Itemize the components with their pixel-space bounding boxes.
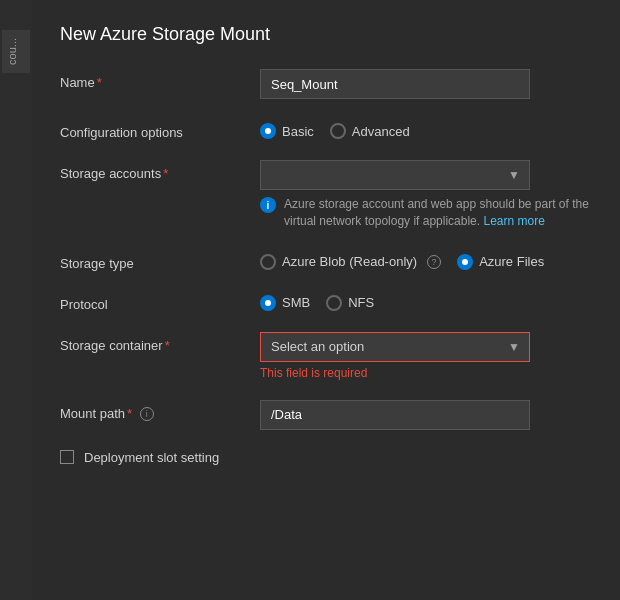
name-label: Name* — [60, 69, 260, 90]
storage-type-control: Azure Blob (Read-only) ? Azure Files — [260, 250, 592, 270]
storage-type-files-label: Azure Files — [479, 254, 544, 269]
storage-container-control: Select an option ▼ This field is require… — [260, 332, 592, 380]
learn-more-link[interactable]: Learn more — [483, 214, 544, 228]
protocol-smb-label: SMB — [282, 295, 310, 310]
name-row: Name* — [60, 69, 592, 99]
protocol-label: Protocol — [60, 291, 260, 312]
deployment-slot-row: Deployment slot setting — [60, 450, 592, 465]
mount-path-row: Mount path* i — [60, 400, 592, 430]
sidebar-tab[interactable]: cou... — [2, 30, 30, 73]
protocol-nfs-label: NFS — [348, 295, 374, 310]
protocol-row: Protocol SMB NFS — [60, 291, 592, 312]
storage-accounts-select-wrapper: ▼ — [260, 160, 530, 190]
config-basic-option[interactable]: Basic — [260, 123, 314, 139]
deployment-slot-checkbox[interactable] — [60, 450, 74, 464]
config-advanced-radio[interactable] — [330, 123, 346, 139]
config-control: Basic Advanced — [260, 119, 592, 139]
config-advanced-label: Advanced — [352, 124, 410, 139]
storage-info-text: Azure storage account and web app should… — [284, 196, 592, 230]
storage-accounts-select[interactable] — [260, 160, 530, 190]
config-basic-label: Basic — [282, 124, 314, 139]
config-row: Configuration options Basic Advanced — [60, 119, 592, 140]
mount-path-control — [260, 400, 592, 430]
mount-path-label: Mount path* i — [60, 400, 260, 422]
mount-path-help-icon[interactable]: i — [140, 407, 154, 421]
main-panel: New Azure Storage Mount Name* Configurat… — [32, 0, 620, 600]
protocol-control: SMB NFS — [260, 291, 592, 311]
storage-container-row: Storage container* Select an option ▼ Th… — [60, 332, 592, 380]
storage-accounts-row: Storage accounts* ▼ i Azure storage acco… — [60, 160, 592, 230]
storage-type-files-option[interactable]: Azure Files — [457, 254, 544, 270]
storage-container-label: Storage container* — [60, 332, 260, 353]
storage-type-blob-option[interactable]: Azure Blob (Read-only) ? — [260, 254, 441, 270]
storage-type-blob-label: Azure Blob (Read-only) — [282, 254, 417, 269]
panel-title: New Azure Storage Mount — [60, 24, 592, 45]
info-icon: i — [260, 197, 276, 213]
protocol-smb-option[interactable]: SMB — [260, 295, 310, 311]
mount-path-input[interactable] — [260, 400, 530, 430]
protocol-nfs-radio[interactable] — [326, 295, 342, 311]
protocol-smb-radio[interactable] — [260, 295, 276, 311]
storage-container-error: This field is required — [260, 366, 592, 380]
protocol-nfs-option[interactable]: NFS — [326, 295, 374, 311]
storage-info-box: i Azure storage account and web app shou… — [260, 196, 592, 230]
storage-container-select[interactable]: Select an option — [260, 332, 530, 362]
config-advanced-option[interactable]: Advanced — [330, 123, 410, 139]
storage-accounts-label: Storage accounts* — [60, 160, 260, 181]
config-basic-radio[interactable] — [260, 123, 276, 139]
storage-type-row: Storage type Azure Blob (Read-only) ? Az… — [60, 250, 592, 271]
left-sidebar: cou... — [0, 0, 32, 600]
storage-type-blob-radio[interactable] — [260, 254, 276, 270]
storage-type-files-radio[interactable] — [457, 254, 473, 270]
deployment-slot-label: Deployment slot setting — [84, 450, 219, 465]
blob-help-icon[interactable]: ? — [427, 255, 441, 269]
storage-accounts-control: ▼ i Azure storage account and web app sh… — [260, 160, 592, 230]
name-input[interactable] — [260, 69, 530, 99]
storage-container-select-wrapper: Select an option ▼ — [260, 332, 530, 362]
storage-type-label: Storage type — [60, 250, 260, 271]
name-control — [260, 69, 592, 99]
config-label: Configuration options — [60, 119, 260, 140]
